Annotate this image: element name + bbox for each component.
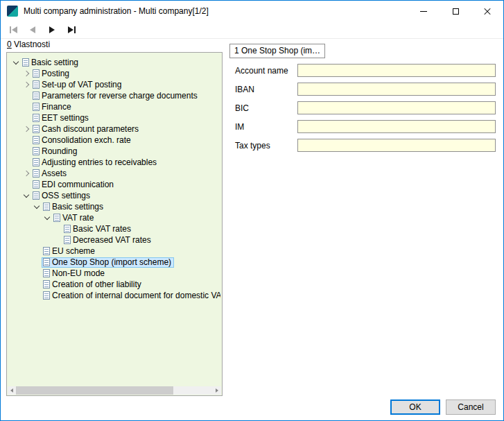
tree-item-body[interactable]: Set-up of VAT posting [31, 80, 124, 90]
tree-item[interactable]: Assets [7, 168, 220, 179]
first-record-button[interactable] [6, 23, 20, 37]
chevron-down-icon[interactable] [44, 214, 51, 221]
tree-item-body[interactable]: Adjusting entries to receivables [31, 157, 159, 168]
chevron-right-icon[interactable] [23, 70, 30, 77]
tree-item-body[interactable]: Basic setting [21, 58, 81, 68]
tree-item-body[interactable]: Creation of other liability [42, 280, 144, 290]
chevron-right-icon[interactable] [23, 126, 30, 132]
window-controls [408, 1, 503, 22]
bic-input[interactable] [297, 101, 496, 114]
close-button[interactable] [471, 1, 503, 22]
chevron-placeholder [23, 103, 30, 110]
skip-to-last-icon [68, 26, 73, 33]
chevron-placeholder [23, 114, 30, 121]
last-record-button[interactable] [64, 23, 78, 37]
tree-view: Basic settingPostingSet-up of VAT postin… [7, 57, 220, 386]
tree-item-body[interactable]: EDI communication [31, 180, 116, 190]
tree-item-body[interactable]: Finance [31, 102, 74, 112]
account-name-input[interactable] [297, 64, 496, 77]
tree-item-label: Assets [42, 169, 67, 178]
tree-item-body[interactable]: Rounding [31, 146, 80, 157]
chevron-placeholder [33, 292, 40, 299]
im-label: IM [235, 122, 297, 132]
tax-types-input[interactable] [297, 139, 496, 152]
tree-item[interactable]: Creation of internal document for domest… [7, 290, 220, 301]
tree-item[interactable]: EET settings [7, 112, 220, 123]
tree-item-body[interactable]: EET settings [31, 113, 92, 123]
tree-item[interactable]: Basic settings [7, 201, 220, 212]
document-icon [53, 214, 60, 222]
tree-item-body[interactable]: EU scheme [42, 246, 98, 257]
tree-item[interactable]: Basic setting [7, 57, 220, 68]
previous-icon [30, 26, 35, 33]
tree-item-body[interactable]: One Stop Shop (import scheme) [42, 257, 174, 268]
tree-item-body[interactable]: Decreased VAT rates [62, 235, 154, 246]
tab-one-stop-shop[interactable]: 1 One Stop Shop (im… [229, 44, 325, 58]
tree-item[interactable]: Rounding [7, 146, 220, 157]
tree-item-label: Decreased VAT rates [73, 235, 151, 245]
minimize-icon [420, 11, 427, 12]
next-record-button[interactable] [45, 23, 59, 37]
maximize-button[interactable] [440, 1, 471, 22]
tree-item[interactable]: Consolidation exch. rate [7, 135, 220, 146]
tree-item[interactable]: OSS settings [7, 190, 220, 201]
cancel-button[interactable]: Cancel [446, 399, 496, 415]
tree-item[interactable]: Adjusting entries to receivables [7, 157, 220, 168]
scrollbar-track[interactable] [16, 386, 213, 395]
tree-item-label: VAT rate [62, 213, 94, 223]
tree-item-body[interactable]: Creation of internal document for domest… [42, 291, 220, 301]
tree-item-body[interactable]: Parameters for reverse charge documents [31, 91, 200, 101]
minimize-button[interactable] [408, 1, 440, 22]
ok-button[interactable]: OK [390, 399, 440, 415]
document-icon [33, 69, 40, 78]
tree-item-body[interactable]: Basic VAT rates [62, 224, 134, 234]
tree-item[interactable]: Parameters for reverse charge documents [7, 90, 220, 101]
tree-item[interactable]: Non-EU mode [7, 268, 220, 279]
tree-item-label: Non-EU mode [52, 268, 105, 278]
window-title: Multi company administration - Multi com… [24, 6, 209, 16]
chevron-down-icon[interactable] [23, 192, 30, 199]
document-icon [33, 147, 40, 155]
properties-label: 0 Vlastnosti [7, 40, 50, 49]
tree-item-label: Finance [42, 102, 71, 112]
chevron-down-icon[interactable] [12, 59, 19, 66]
chevron-down-icon[interactable] [33, 203, 40, 210]
tree-item-body[interactable]: Cash discount parameters [31, 124, 141, 135]
tree-item[interactable]: VAT rate [7, 212, 220, 223]
tree-item[interactable]: EU scheme [7, 246, 220, 257]
document-icon [43, 247, 50, 255]
tree-item[interactable]: Set-up of VAT posting [7, 79, 220, 90]
horizontal-scrollbar[interactable] [8, 386, 221, 395]
tree-item-body[interactable]: OSS settings [31, 191, 93, 201]
previous-record-button[interactable] [26, 23, 40, 37]
scroll-right-button[interactable] [213, 386, 221, 395]
tree-item[interactable]: Cash discount parameters [7, 123, 220, 135]
scrollbar-thumb[interactable] [16, 386, 173, 395]
tree-item-body[interactable]: Assets [31, 169, 69, 179]
tree-item-label: EET settings [42, 113, 89, 123]
tree-item[interactable]: Finance [7, 101, 220, 112]
tree-item[interactable]: Posting [7, 68, 220, 79]
app-icon [7, 6, 18, 17]
tree-item-body[interactable]: Consolidation exch. rate [31, 135, 134, 146]
chevron-placeholder [23, 92, 30, 99]
chevron-right-icon[interactable] [23, 170, 30, 177]
iban-input[interactable] [297, 83, 496, 96]
im-input[interactable] [297, 120, 496, 133]
tree-item-body[interactable]: VAT rate [52, 213, 96, 223]
tree-item[interactable]: Decreased VAT rates [7, 234, 220, 246]
chevron-right-icon[interactable] [23, 81, 30, 88]
record-navigation-toolbar [1, 22, 503, 39]
chevron-placeholder [23, 181, 30, 188]
tree-item[interactable]: EDI communication [7, 179, 220, 190]
tree-item-body[interactable]: Basic settings [42, 202, 106, 212]
tree-item[interactable]: Basic VAT rates [7, 223, 220, 234]
tree-item[interactable]: One Stop Shop (import scheme) [7, 257, 220, 268]
scroll-left-icon [10, 388, 13, 393]
tree-item-body[interactable]: Posting [31, 69, 72, 79]
tree-item-body[interactable]: Non-EU mode [42, 268, 107, 279]
oss-import-form: Account nameIBANBICIMTax types [235, 64, 496, 157]
scroll-left-button[interactable] [8, 386, 16, 395]
tax-types-label: Tax types [235, 141, 297, 151]
tree-item[interactable]: Creation of other liability [7, 279, 220, 290]
